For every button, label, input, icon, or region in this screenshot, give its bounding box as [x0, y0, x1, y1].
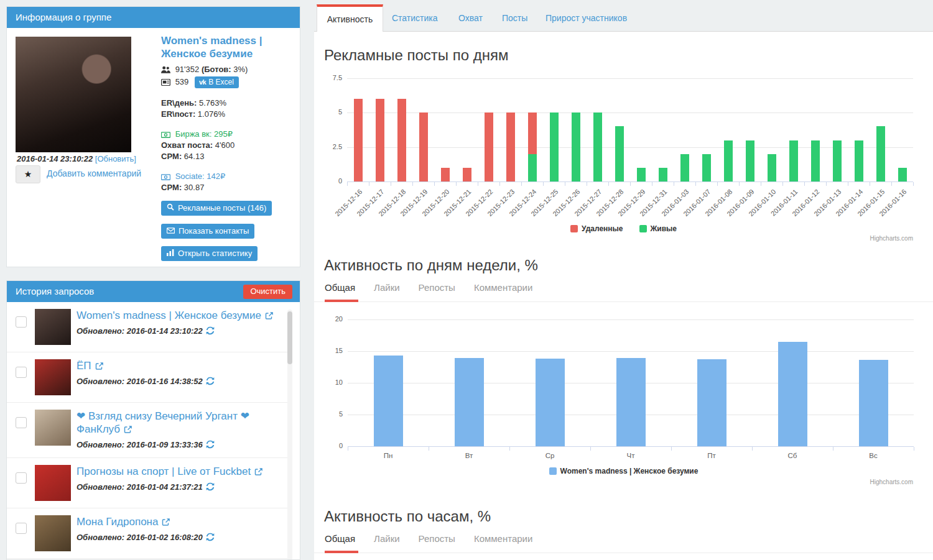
birzha-row[interactable]: Биржа вк: 295₽ [161, 129, 233, 140]
external-link-icon[interactable] [254, 466, 263, 479]
bar-живые[interactable] [789, 140, 798, 181]
bar-живые[interactable] [833, 140, 842, 181]
bar-удаленные[interactable] [463, 168, 471, 181]
bar-живые[interactable] [855, 140, 863, 181]
history-item-link[interactable]: ЁП [77, 360, 91, 372]
hourly-activity-subtabs: ОбщаяЛайкиРепостыКомментарии [314, 533, 933, 553]
open-stats-button[interactable]: Открыть статистику [161, 246, 258, 261]
bar-удаленные[interactable] [506, 112, 515, 181]
favorite-star-button[interactable]: ★ [16, 165, 40, 183]
bar-women-s-madness-женское-безумие[interactable] [536, 359, 565, 446]
tab-activity[interactable]: Активность [317, 4, 383, 32]
bar-живые[interactable] [572, 112, 580, 181]
subtab-комментарии[interactable]: Комментарии [474, 533, 536, 551]
subtab-репосты[interactable]: Репосты [419, 533, 458, 551]
bar-живые[interactable] [724, 140, 733, 181]
bar-удаленные[interactable] [441, 168, 450, 181]
external-link-icon[interactable] [162, 516, 170, 530]
subtab-лайки[interactable]: Лайки [374, 282, 403, 300]
x-axis-tick [674, 182, 674, 186]
bar-удаленные[interactable] [354, 99, 363, 181]
group-info-header-title: Информация о группе [16, 12, 111, 22]
clear-history-button[interactable]: Очистить [243, 285, 292, 299]
bar-живые[interactable] [746, 140, 754, 181]
tab-label: Прирост участников [545, 13, 627, 23]
bar-women-s-madness-женское-безумие[interactable] [455, 358, 484, 446]
bar-живые[interactable] [528, 154, 537, 181]
bar-живые[interactable] [680, 154, 689, 181]
history-item-link[interactable]: Прогнозы на спорт | Live от Fuckbet [77, 466, 251, 477]
bar-women-s-madness-женское-безумие[interactable] [778, 342, 807, 446]
birzha-link[interactable]: Биржа вк: 295₽ [175, 129, 233, 139]
legend-item[interactable]: Women's madness | Женское безумие [549, 467, 699, 475]
bar-удаленные[interactable] [528, 112, 537, 154]
bar-живые[interactable] [659, 168, 667, 181]
export-excel-button[interactable]: vkВ Excel [195, 76, 239, 88]
history-item-checkbox[interactable] [16, 417, 27, 428]
subtab-общая[interactable]: Общая [325, 282, 358, 302]
bar-живые[interactable] [615, 126, 624, 181]
bar-живые[interactable] [898, 168, 907, 181]
highcharts-credit[interactable]: Highcharts.com [870, 479, 913, 485]
history-item-checkbox[interactable] [16, 523, 27, 534]
history-item-checkbox[interactable] [16, 316, 27, 328]
refresh-icon[interactable] [206, 377, 215, 387]
bar-удаленные[interactable] [397, 99, 406, 181]
y-axis-label: 5 [318, 410, 343, 418]
bar-women-s-madness-женское-безумие[interactable] [616, 358, 646, 446]
bar-живые[interactable] [811, 140, 820, 181]
updated-row: 2016-01-14 23:10:22 [Обновить] [17, 154, 136, 163]
subtab-репосты[interactable]: Репосты [419, 282, 458, 300]
refresh-icon[interactable] [206, 326, 215, 337]
show-contacts-button[interactable]: Показать контакты [161, 224, 254, 239]
tab-posts[interactable]: Посты [502, 13, 527, 23]
x-axis-tick [717, 182, 718, 186]
bar-живые[interactable] [702, 154, 711, 181]
tab-statistics[interactable]: Статистика [392, 13, 438, 23]
group-name-link[interactable]: Women's madness | Женское безумие [161, 34, 285, 60]
tab-reach[interactable]: Охват [458, 13, 483, 23]
history-item-link[interactable]: Мона Гидропона [77, 516, 158, 528]
bar-живые[interactable] [637, 168, 646, 181]
bar-удаленные[interactable] [376, 99, 384, 181]
main-content: Рекламные посты по дням УдаленныеЖивые H… [314, 31, 933, 560]
bar-удаленные[interactable] [485, 112, 493, 181]
refresh-link[interactable]: [Обновить] [95, 154, 136, 163]
tab-member-growth[interactable]: Прирост участников [545, 13, 627, 23]
external-link-icon[interactable] [95, 360, 104, 374]
sociate-row[interactable]: Sociate: 142₽ [161, 172, 225, 182]
subtab-общая[interactable]: Общая [325, 533, 358, 553]
history-item-link[interactable]: ❤ Взгляд снизу Вечерний Ургант ❤ ФанКлуб [77, 410, 249, 435]
history-item-link[interactable]: Women's madness | Женское безумие [77, 310, 261, 321]
sociate-link[interactable]: Sociate: 142₽ [175, 172, 226, 181]
subtab-комментарии[interactable]: Комментарии [474, 282, 536, 300]
legend-item[interactable]: Удаленные [570, 224, 623, 233]
bar-women-s-madness-женское-безумие[interactable] [859, 360, 888, 446]
refresh-icon[interactable] [206, 482, 215, 493]
bar-живые[interactable] [550, 112, 559, 181]
ads-posts-button[interactable]: Рекламные посты (146) [161, 201, 272, 216]
external-link-icon[interactable] [265, 310, 274, 323]
add-comment-link[interactable]: Добавить комментарий [47, 168, 141, 178]
er-day-value: 5.763% [199, 98, 226, 108]
refresh-icon[interactable] [206, 440, 215, 451]
refresh-icon[interactable] [206, 533, 215, 543]
bar-удаленные[interactable] [419, 112, 428, 181]
y-axis-label: 15 [318, 347, 343, 354]
history-item-checkbox[interactable] [16, 472, 27, 484]
history-item-checkbox[interactable] [16, 367, 27, 378]
subtab-лайки[interactable]: Лайки [374, 533, 403, 551]
highcharts-credit[interactable]: Highcharts.com [870, 235, 913, 242]
history-scrollbar[interactable] [287, 310, 292, 560]
history-item-body: Women's madness | Женское безумиеОбновле… [77, 309, 276, 345]
bar-women-s-madness-женское-безумие[interactable] [697, 359, 726, 446]
x-axis-tick [391, 182, 391, 186]
history-scrollbar-thumb[interactable] [287, 311, 292, 364]
section1-title: Рекламные посты по дням [324, 47, 508, 64]
bar-живые[interactable] [768, 154, 776, 181]
bar-живые[interactable] [593, 112, 602, 181]
bar-women-s-madness-женское-безумие[interactable] [374, 356, 403, 446]
bar-живые[interactable] [876, 126, 885, 181]
x-axis-tick [565, 182, 565, 186]
external-link-icon[interactable] [124, 424, 132, 437]
